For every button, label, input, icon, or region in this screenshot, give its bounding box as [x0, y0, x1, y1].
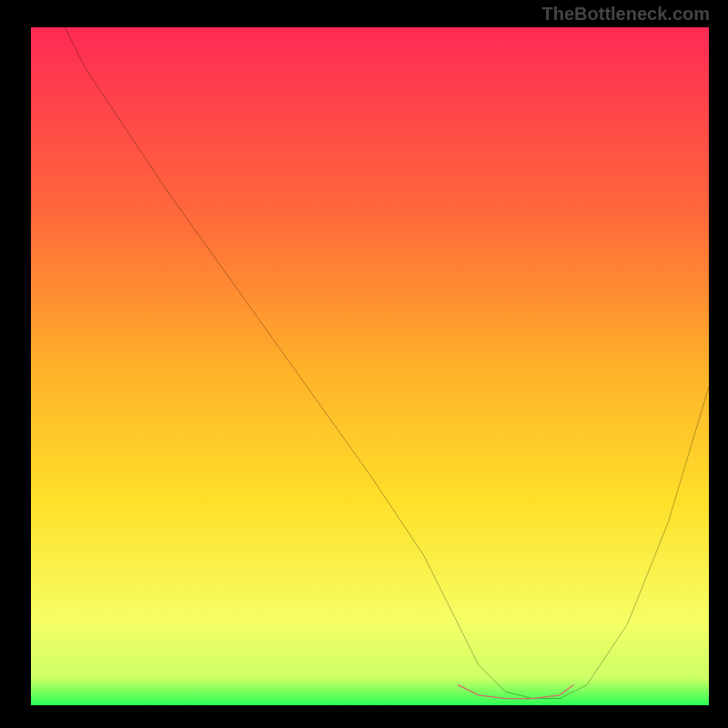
chart-container: TheBottleneck.com — [0, 0, 728, 728]
gradient-background — [31, 27, 709, 705]
chart-svg — [31, 27, 709, 705]
watermark-text: TheBottleneck.com — [542, 4, 710, 25]
plot-area — [31, 27, 709, 705]
